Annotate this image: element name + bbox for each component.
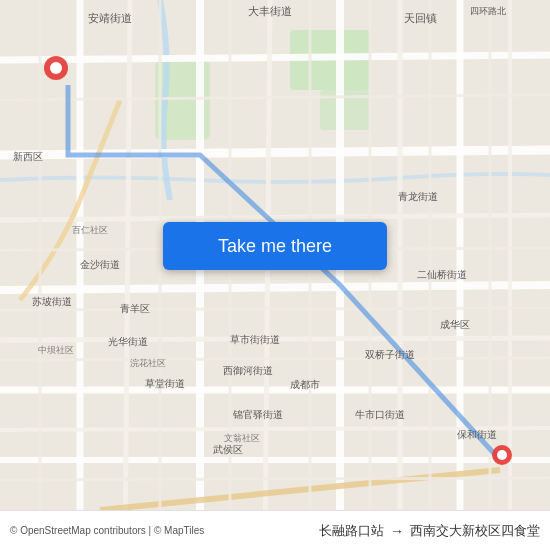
svg-text:大丰街道: 大丰街道 bbox=[248, 5, 292, 17]
svg-text:成都市: 成都市 bbox=[290, 379, 320, 390]
svg-point-60 bbox=[497, 450, 507, 460]
take-me-there-button[interactable]: Take me there bbox=[163, 222, 387, 270]
svg-text:浣花社区: 浣花社区 bbox=[130, 358, 166, 368]
svg-text:草市街街道: 草市街街道 bbox=[230, 334, 280, 345]
svg-text:中坝社区: 中坝社区 bbox=[38, 345, 74, 355]
svg-line-22 bbox=[0, 308, 550, 310]
svg-text:四环路北: 四环路北 bbox=[470, 6, 506, 16]
map-svg: 安靖街道 大丰街道 天回镇 新西区 金沙街道 苏坡街道 青羊区 光华街道 草堂街… bbox=[0, 0, 550, 550]
svg-text:双桥子街道: 双桥子街道 bbox=[365, 349, 415, 360]
copyright-text: © OpenStreetMap contributors | © MapTile… bbox=[10, 525, 204, 536]
svg-line-23 bbox=[0, 358, 550, 360]
destination-label: 西南交大新校区四食堂 bbox=[410, 522, 540, 540]
svg-text:草堂街道: 草堂街道 bbox=[145, 378, 185, 389]
route-arrow: → bbox=[390, 523, 404, 539]
svg-text:新西区: 新西区 bbox=[13, 151, 43, 162]
svg-text:牛市口街道: 牛市口街道 bbox=[355, 409, 405, 420]
svg-point-58 bbox=[50, 62, 62, 74]
svg-text:安靖街道: 安靖街道 bbox=[88, 12, 132, 24]
attribution: © OpenStreetMap contributors | © MapTile… bbox=[10, 525, 204, 536]
origin-label: 长融路口站 bbox=[319, 522, 384, 540]
route-info: 长融路口站 → 西南交大新校区四食堂 bbox=[319, 522, 540, 540]
svg-text:百仁社区: 百仁社区 bbox=[72, 225, 108, 235]
svg-line-24 bbox=[0, 478, 550, 480]
bottom-bar: © OpenStreetMap contributors | © MapTile… bbox=[0, 510, 550, 550]
map-container: 安靖街道 大丰街道 天回镇 新西区 金沙街道 苏坡街道 青羊区 光华街道 草堂街… bbox=[0, 0, 550, 550]
svg-text:锦官驿街道: 锦官驿街道 bbox=[232, 409, 283, 420]
svg-text:青羊区: 青羊区 bbox=[120, 303, 150, 314]
svg-text:青龙街道: 青龙街道 bbox=[398, 191, 438, 202]
svg-text:保和街道: 保和街道 bbox=[457, 429, 497, 440]
svg-text:光华街道: 光华街道 bbox=[108, 336, 148, 347]
svg-text:成华区: 成华区 bbox=[440, 319, 470, 330]
svg-text:二仙桥街道: 二仙桥街道 bbox=[417, 269, 467, 280]
svg-text:文翁社区: 文翁社区 bbox=[224, 433, 260, 443]
svg-text:金沙街道: 金沙街道 bbox=[80, 259, 120, 270]
svg-text:武侯区: 武侯区 bbox=[213, 444, 243, 455]
svg-text:天回镇: 天回镇 bbox=[404, 12, 437, 24]
svg-text:西御河街道: 西御河街道 bbox=[223, 365, 273, 376]
svg-text:苏坡街道: 苏坡街道 bbox=[32, 296, 72, 307]
